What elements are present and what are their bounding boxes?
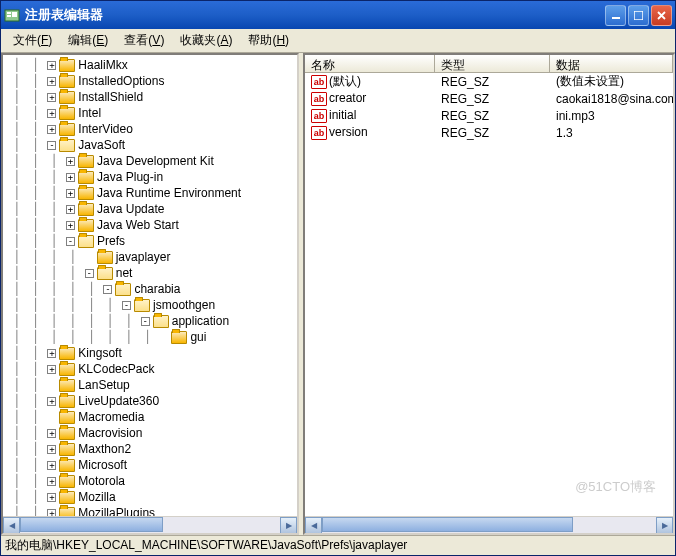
- folder-icon: [78, 203, 94, 216]
- tree-node[interactable]: │ │ +HaaliMkx: [7, 57, 297, 73]
- expand-icon[interactable]: +: [47, 477, 56, 486]
- scroll-left-icon[interactable]: ◀: [305, 517, 322, 534]
- expand-icon[interactable]: +: [47, 493, 56, 502]
- menu-favorites[interactable]: 收藏夹(A): [172, 29, 240, 52]
- statusbar: 我的电脑\HKEY_LOCAL_MACHINE\SOFTWARE\JavaSof…: [1, 535, 675, 555]
- tree-node[interactable]: │ │ │ │ -net: [7, 265, 297, 281]
- svg-rect-1: [7, 12, 11, 14]
- expand-icon[interactable]: +: [47, 77, 56, 86]
- expand-icon[interactable]: +: [66, 189, 75, 198]
- tree-node[interactable]: │ │ LanSetup: [7, 377, 297, 393]
- status-path: 我的电脑\HKEY_LOCAL_MACHINE\SOFTWARE\JavaSof…: [5, 537, 407, 554]
- tree-node[interactable]: │ │ │ +Java Update: [7, 201, 297, 217]
- menu-edit[interactable]: 编辑(E): [60, 29, 116, 52]
- svg-rect-2: [7, 15, 11, 17]
- tree-node[interactable]: │ │ +Motorola: [7, 473, 297, 489]
- list-row[interactable]: abversionREG_SZ1.3: [305, 124, 673, 141]
- expand-icon[interactable]: +: [47, 61, 56, 70]
- col-type[interactable]: 类型: [435, 55, 550, 72]
- list-pane[interactable]: 名称 类型 数据 ab(默认)REG_SZ(数值未设置)abcreatorREG…: [303, 53, 675, 535]
- tree-node[interactable]: │ │ +Microsoft: [7, 457, 297, 473]
- col-name[interactable]: 名称: [305, 55, 435, 72]
- tree-label: gui: [190, 329, 206, 345]
- expand-icon[interactable]: +: [66, 205, 75, 214]
- tree-node[interactable]: │ │ │ │ │ │ -jsmoothgen: [7, 297, 297, 313]
- folder-icon: [78, 235, 94, 248]
- folder-icon: [153, 315, 169, 328]
- folder-icon: [171, 331, 187, 344]
- app-icon: [4, 7, 20, 23]
- tree-node[interactable]: │ │ │ │ │ │ │ -application: [7, 313, 297, 329]
- list-row[interactable]: abcreatorREG_SZcaokai1818@sina.com: [305, 90, 673, 107]
- folder-icon: [59, 395, 75, 408]
- tree-node[interactable]: │ │ +Maxthon2: [7, 441, 297, 457]
- expand-icon[interactable]: +: [47, 365, 56, 374]
- folder-icon: [97, 267, 113, 280]
- expand-icon[interactable]: +: [47, 109, 56, 118]
- menu-view[interactable]: 查看(V): [116, 29, 172, 52]
- window-title: 注册表编辑器: [25, 6, 605, 24]
- scroll-left-icon[interactable]: ◀: [3, 517, 20, 534]
- regedit-window: 注册表编辑器 文件(F) 编辑(E) 查看(V) 收藏夹(A) 帮助(H) │ …: [0, 0, 676, 556]
- tree-node[interactable]: │ │ +KLCodecPack: [7, 361, 297, 377]
- tree-node[interactable]: │ │ │ +Java Web Start: [7, 217, 297, 233]
- list-row[interactable]: ab(默认)REG_SZ(数值未设置): [305, 73, 673, 90]
- expand-icon[interactable]: +: [47, 125, 56, 134]
- tree-node[interactable]: │ │ │ +Java Runtime Environment: [7, 185, 297, 201]
- tree-node[interactable]: │ │ +InterVideo: [7, 121, 297, 137]
- tree-node[interactable]: │ │ +LiveUpdate360: [7, 393, 297, 409]
- menu-file[interactable]: 文件(F): [5, 29, 60, 52]
- expand-icon[interactable]: +: [47, 461, 56, 470]
- tree-node[interactable]: │ │ +InstallShield: [7, 89, 297, 105]
- tree-node[interactable]: │ │ +Kingsoft: [7, 345, 297, 361]
- close-button[interactable]: [651, 5, 672, 26]
- tree-node[interactable]: │ │ +Intel: [7, 105, 297, 121]
- tree-node[interactable]: │ │ │ +Java Plug-in: [7, 169, 297, 185]
- tree-node[interactable]: │ │ +InstalledOptions: [7, 73, 297, 89]
- tree-node[interactable]: │ │ │ -Prefs: [7, 233, 297, 249]
- tree-label: InstallShield: [78, 89, 143, 105]
- minimize-button[interactable]: [605, 5, 626, 26]
- tree-node[interactable]: │ │ -JavaSoft: [7, 137, 297, 153]
- svg-rect-5: [634, 11, 643, 20]
- tree-node[interactable]: │ │ +Macrovision: [7, 425, 297, 441]
- expand-icon[interactable]: +: [47, 349, 56, 358]
- collapse-icon[interactable]: -: [85, 269, 94, 278]
- col-data[interactable]: 数据: [550, 55, 673, 72]
- expand-icon[interactable]: +: [47, 445, 56, 454]
- menu-help[interactable]: 帮助(H): [240, 29, 297, 52]
- tree-node[interactable]: │ │ +Mozilla: [7, 489, 297, 505]
- expand-icon[interactable]: +: [66, 157, 75, 166]
- tree-node[interactable]: │ │ Macromedia: [7, 409, 297, 425]
- collapse-icon[interactable]: -: [66, 237, 75, 246]
- expand-icon[interactable]: +: [47, 93, 56, 102]
- list-hscrollbar[interactable]: ◀ ▶: [305, 516, 673, 533]
- collapse-icon[interactable]: -: [141, 317, 150, 326]
- expand-icon[interactable]: +: [47, 397, 56, 406]
- collapse-icon[interactable]: -: [103, 285, 112, 294]
- expand-icon[interactable]: +: [47, 429, 56, 438]
- tree-node[interactable]: │ │ │ +Java Development Kit: [7, 153, 297, 169]
- tree-node[interactable]: │ │ │ │ │ -charabia: [7, 281, 297, 297]
- expand-icon[interactable]: +: [66, 173, 75, 182]
- titlebar[interactable]: 注册表编辑器: [1, 1, 675, 29]
- scroll-right-icon[interactable]: ▶: [280, 517, 297, 534]
- collapse-icon[interactable]: -: [47, 141, 56, 150]
- collapse-icon[interactable]: -: [122, 301, 131, 310]
- tree-label: LanSetup: [78, 377, 129, 393]
- list-row[interactable]: abinitialREG_SZini.mp3: [305, 107, 673, 124]
- menubar: 文件(F) 编辑(E) 查看(V) 收藏夹(A) 帮助(H): [1, 29, 675, 53]
- folder-icon: [59, 91, 75, 104]
- folder-icon: [59, 107, 75, 120]
- tree-label: Macrovision: [78, 425, 142, 441]
- tree-label: application: [172, 313, 229, 329]
- tree-label: Intel: [78, 105, 101, 121]
- tree-pane[interactable]: │ │ +HaaliMkx │ │ +InstalledOptions │ │ …: [1, 53, 299, 535]
- tree-node[interactable]: │ │ │ │ javaplayer: [7, 249, 297, 265]
- maximize-button[interactable]: [628, 5, 649, 26]
- tree-label: jsmoothgen: [153, 297, 215, 313]
- tree-node[interactable]: │ │ │ │ │ │ │ │ gui: [7, 329, 297, 345]
- tree-hscrollbar[interactable]: ◀ ▶: [3, 516, 297, 533]
- scroll-right-icon[interactable]: ▶: [656, 517, 673, 534]
- expand-icon[interactable]: +: [66, 221, 75, 230]
